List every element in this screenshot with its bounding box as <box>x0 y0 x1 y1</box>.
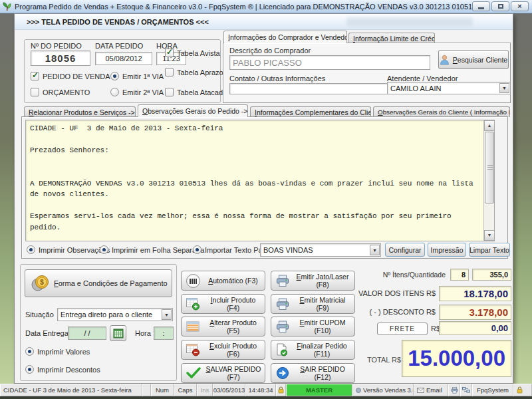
incluir-produto-button[interactable]: Incluir Produto (F4) <box>181 294 265 314</box>
form-header: >>> TELA PEDIDO DE VENDAS / ORÇAMENTOS <… <box>15 14 513 30</box>
imprimir-descontos-radio[interactable]: Imprimir Descontos <box>25 365 100 374</box>
radio-selected-icon <box>110 72 119 80</box>
tabela-aprazo-checkbox[interactable]: Tabela Aprazo <box>165 68 223 76</box>
radio-selected-icon <box>100 245 108 254</box>
scroll-up-icon[interactable]: ▲ <box>484 120 495 131</box>
emitir-1via-radio[interactable]: Emitir 1ª VIA <box>110 72 164 80</box>
status-lock <box>276 384 286 396</box>
status-bar: CIDADE - UF 3 de Maio de 2013 - Sexta-fe… <box>0 384 532 396</box>
observations-scrollbar[interactable]: ▲ ▼ <box>483 120 494 241</box>
tab-informacoes-complementares[interactable]: Informações Complementares do Cliente -> <box>250 106 371 117</box>
desconto-field[interactable]: 3.178,00 <box>439 305 511 320</box>
imprimir-valores-radio[interactable]: Imprimir Valores <box>25 347 90 356</box>
status-location: CIDADE - UF 3 de Maio de 2013 - Sexta-fe… <box>0 384 142 396</box>
window-title: Programa Pedido de Vendas + Estoque & Fi… <box>15 3 476 11</box>
tab-comprador-vendedor[interactable]: Informações do Comprador e Vendedor -> <box>223 31 347 43</box>
order-date-field[interactable]: 05/08/2012 <box>95 52 152 65</box>
order-number-label: Nº DO PEDIDO <box>31 42 82 50</box>
tab-relacionar-produtos[interactable]: Relacionar Produtos e Serviços -> <box>24 106 136 117</box>
status-ins: Ins <box>197 384 213 396</box>
status-printer[interactable] <box>448 384 460 396</box>
valor-itens-field: 18.178,00 <box>439 286 511 301</box>
itens-quantity-field[interactable]: 355,0 <box>472 269 511 281</box>
coins-icon: $ <box>31 274 51 293</box>
chevron-down-icon[interactable]: ▼ <box>162 309 172 320</box>
itens-count-field[interactable]: 8 <box>450 269 469 281</box>
close-button[interactable]: × <box>511 1 529 11</box>
emitir-matricial-button[interactable]: Emitir Matricial (F9) <box>271 294 355 314</box>
lock-icon <box>517 386 523 394</box>
tab-observacoes-pedido[interactable]: Observações Gerais do Pedido -> <box>138 104 248 117</box>
order-number-field[interactable]: 18056 <box>31 51 90 66</box>
pedido-form-window: >>> TELA PEDIDO DE VENDAS / ORÇAMENTOS <… <box>14 13 513 384</box>
chevron-down-icon[interactable]: ▼ <box>370 245 380 255</box>
observations-textarea[interactable]: CIDADE - UF 3 de Maio de 2013 - Sexta-fe… <box>25 120 495 241</box>
forma-pagamento-button[interactable]: $ Forma e Condições de Pagamento <box>25 269 172 297</box>
calendar-button[interactable] <box>110 325 126 341</box>
radio-selected-icon <box>27 245 35 254</box>
orcamento-checkbox[interactable]: ORÇAMENTO <box>31 88 90 96</box>
buyer-description-field[interactable] <box>229 55 430 70</box>
configurar-button[interactable]: Configurar <box>385 243 425 257</box>
salvar-pedido-button[interactable]: SALVAR PEDIDO (F7) <box>181 363 265 383</box>
observations-text[interactable]: CIDADE - UF 3 de Maio de 2013 - Sexta-fe… <box>30 123 479 238</box>
svg-text:$: $ <box>40 279 44 286</box>
emitir-jato-laser-button[interactable]: Emitir Jato/Laser (F8) <box>271 271 355 291</box>
checkbox-unchecked-icon <box>31 88 39 96</box>
chevron-down-icon[interactable]: ▼ <box>499 83 509 93</box>
status-spacer <box>142 384 151 396</box>
maximize-button[interactable] <box>491 1 509 11</box>
printer-icon <box>276 275 289 287</box>
email-icon <box>417 388 424 393</box>
frete-button[interactable]: FRETE <box>377 323 428 335</box>
atendente-select[interactable]: CAMILO ALAIN ▼ <box>387 82 511 94</box>
scrollbar-grip-icon <box>487 165 493 170</box>
hora-entrega-field[interactable]: : <box>154 327 174 340</box>
emitir-2via-radio[interactable]: Emitir 2ª VIA <box>110 88 164 96</box>
status-email[interactable]: Email <box>414 384 448 396</box>
status-network[interactable] <box>460 384 472 396</box>
checkbox-checked-icon <box>31 72 39 80</box>
alterar-produto-button[interactable]: Alterar Produto (F5) <box>181 317 265 336</box>
status-tail <box>513 384 532 396</box>
imprimir-folha-separada-radio[interactable]: Imprimir em Folha Separada <box>100 245 204 254</box>
tabela-avista-checkbox[interactable]: Tabela Avista <box>165 49 220 57</box>
minimize-button[interactable] <box>472 1 490 11</box>
radio-selected-icon <box>193 245 201 254</box>
frete-field[interactable]: 0,00 <box>439 321 511 335</box>
window-bottom-edge <box>0 396 532 399</box>
data-entrega-field[interactable]: / / <box>68 327 106 340</box>
buyer-description-input[interactable] <box>233 58 427 68</box>
desconto-label: ( - ) DESCONTO R$ <box>347 308 436 316</box>
sair-pedido-button[interactable]: SAIR PEDIDO (F12) <box>271 363 355 383</box>
itens-quantidade-label: Nº Ítens/Quantidade <box>367 271 446 279</box>
scroll-down-icon[interactable]: ▼ <box>484 230 495 241</box>
total-field: 15.000,00 <box>402 340 511 377</box>
impressao-button[interactable]: Impressão <box>428 243 466 257</box>
radio-selected-icon <box>25 365 34 374</box>
version-icon <box>356 388 361 393</box>
finalizar-pedido-button[interactable]: Finalizar Pedido (F11) <box>271 340 355 360</box>
save-check-icon <box>186 367 201 379</box>
texto-padrao-select[interactable]: BOAS VINDAS ▼ <box>260 243 381 257</box>
imprimir-observacoes-radio[interactable]: Imprimir Observações <box>27 245 110 254</box>
lock-icon <box>278 386 284 394</box>
tab-limite-credito[interactable]: Informação Limite de Crédito <box>348 33 435 43</box>
tab-observacoes-cliente[interactable]: Observações Gerais do Cliente ( Informaç… <box>373 106 510 117</box>
valor-itens-label: VALOR DOS ITENS R$ <box>347 289 436 297</box>
emitir-cupom-button[interactable]: Emitir CUPOM (F10) <box>271 317 355 336</box>
automatico-button[interactable]: Automático (F3) <box>181 271 265 291</box>
edit-product-icon <box>186 321 200 333</box>
calendar-icon <box>113 328 124 338</box>
header-ghost-decoration <box>346 17 473 26</box>
status-date: 03/05/2013 <box>213 384 245 396</box>
tabela-atacado-checkbox[interactable]: Tabela Atacado <box>165 88 227 96</box>
limpar-texto-button[interactable]: Limpar Texto <box>469 243 510 257</box>
situacao-select[interactable]: Entrega direto para o cliente ▼ <box>57 308 173 321</box>
exit-arrow-icon <box>276 366 289 380</box>
scrollbar-thumb[interactable] <box>485 132 494 203</box>
excluir-produto-button[interactable]: Excluir Produto (F6) <box>181 340 265 360</box>
window-controls: × <box>472 1 529 11</box>
pedido-venda-checkbox[interactable]: PEDIDO DE VENDA <box>31 72 110 80</box>
pesquisar-cliente-button[interactable]: Pesquisar Cliente <box>438 50 509 69</box>
